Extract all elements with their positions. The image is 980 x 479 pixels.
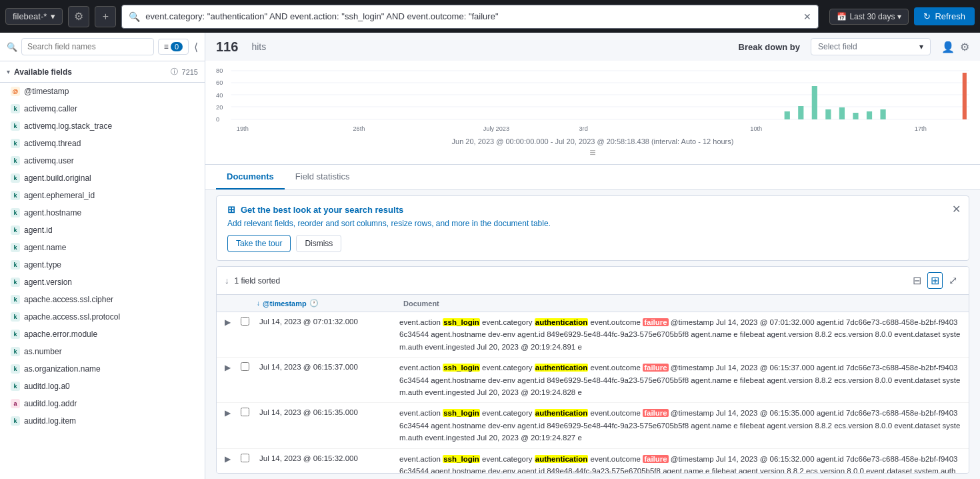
table-controls: ↓ 1 field sorted ⊟ ⊞ ⤢ <box>217 267 969 295</box>
search-field-input[interactable] <box>21 38 154 55</box>
search-clear-icon[interactable]: ✕ <box>803 11 811 22</box>
svg-text:26th: 26th <box>353 125 365 132</box>
table-icon: ⊞ <box>227 204 235 215</box>
field-item[interactable]: k agent.build.original <box>0 169 205 187</box>
field-type-badge: k <box>11 260 20 270</box>
svg-text:17th: 17th <box>915 125 927 132</box>
histogram-chart: 80 60 40 20 0 19th June 2023 26th July 2… <box>216 66 969 133</box>
breakdown-select[interactable]: Select field ▾ <box>811 38 931 55</box>
plus-icon: + <box>103 11 109 23</box>
available-fields-header[interactable]: ▾ Available fields ⓘ 7215 <box>0 61 205 82</box>
col-timestamp-header[interactable]: ↓ @timestamp 🕐 <box>257 299 403 308</box>
hits-label: hits <box>251 41 266 52</box>
table-row: ▶ Jul 14, 2023 @ 06:15:35.000 event.acti… <box>217 403 969 448</box>
field-item[interactable]: k apache.access.ssl.protocol <box>0 308 205 326</box>
field-item[interactable]: k activemq.thread <box>0 135 205 152</box>
field-type-badge: k <box>11 208 20 217</box>
search-input[interactable] <box>145 11 798 21</box>
expand-view-icon[interactable]: ⤢ <box>945 272 961 289</box>
index-pattern-selector[interactable]: filebeat-* ▾ <box>5 8 63 25</box>
field-item[interactable]: k activemq.caller <box>0 100 205 117</box>
field-item[interactable]: k auditd.log.item <box>0 412 205 430</box>
hits-bar: 116 hits Break down by Select field ▾ 👤 … <box>205 33 980 61</box>
collapse-sidebar-button[interactable]: ⟨ <box>194 41 198 53</box>
field-item[interactable]: k agent.hostname <box>0 204 205 221</box>
svg-rect-18 <box>798 106 803 119</box>
field-name-label: apache.error.module <box>24 330 97 339</box>
field-item[interactable]: k agent.type <box>0 256 205 274</box>
calendar-button[interactable]: 📅 Last 30 days ▾ <box>829 9 909 25</box>
field-item[interactable]: k agent.version <box>0 274 205 291</box>
settings-gear-icon[interactable]: ⚙ <box>960 41 969 53</box>
tour-close-icon[interactable]: ✕ <box>952 203 961 215</box>
field-name-label: as.number <box>24 347 62 356</box>
svg-rect-24 <box>880 109 885 119</box>
row-expand-button[interactable]: ▶ <box>225 408 238 418</box>
field-type-badge: k <box>11 278 20 287</box>
row-expand-button[interactable]: ▶ <box>225 318 238 327</box>
row-expand-button[interactable]: ▶ <box>225 363 238 372</box>
filter-icon-btn[interactable]: ⚙ <box>68 6 89 27</box>
field-name-label: auditd.log.a0 <box>24 382 70 391</box>
sort-desc-icon: ↓ <box>225 276 229 286</box>
row-checkbox[interactable] <box>241 317 254 327</box>
filter-icon: ⚙ <box>74 10 83 23</box>
field-name-label: agent.hostname <box>24 208 81 217</box>
field-item[interactable]: k agent.ephemeral_id <box>0 187 205 204</box>
chart-time-label: Jun 20, 2023 @ 00:00:00.000 - Jul 20, 20… <box>216 135 969 147</box>
field-item[interactable]: k agent.name <box>0 239 205 256</box>
svg-rect-17 <box>785 111 790 119</box>
index-pattern-label: filebeat-* <box>13 11 47 21</box>
field-list: @ @timestamp k activemq.caller k activem… <box>0 83 205 479</box>
field-type-badge: k <box>11 382 20 391</box>
field-item[interactable]: k as.number <box>0 343 205 360</box>
available-fields-label: Available fields <box>14 67 171 77</box>
row-checkbox[interactable] <box>241 362 254 372</box>
field-item[interactable]: k auditd.log.a0 <box>0 378 205 395</box>
field-item[interactable]: k as.organization.name <box>0 360 205 378</box>
dismiss-button[interactable]: Dismiss <box>296 235 341 252</box>
row-document: event.action ssh_login event.category au… <box>399 453 961 474</box>
row-view-icon[interactable]: ⊟ <box>909 272 925 289</box>
row-checkbox[interactable] <box>241 454 254 464</box>
refresh-button[interactable]: ↻ Refresh <box>914 7 975 25</box>
breakdown-by-label: Break down by <box>739 42 800 52</box>
svg-text:June 2023: June 2023 <box>237 131 265 133</box>
table-view-icon[interactable]: ⊞ <box>927 272 943 289</box>
tour-banner-actions: Take the tour Dismiss <box>227 235 958 252</box>
field-item[interactable]: k activemq.log.stack_trace <box>0 117 205 135</box>
take-tour-button[interactable]: Take the tour <box>227 235 291 252</box>
row-expand-button[interactable]: ▶ <box>225 454 238 464</box>
field-type-badge: k <box>11 191 20 200</box>
field-item[interactable]: k activemq.user <box>0 152 205 169</box>
field-item[interactable]: k apache.error.module <box>0 326 205 343</box>
topbar-right: 📅 Last 30 days ▾ ↻ Refresh <box>829 7 975 25</box>
filter-count-badge: 0 <box>171 42 183 51</box>
topbar: filebeat-* ▾ ⚙ + 🔍 ✕ 📅 Last 30 days ▾ ↻ … <box>0 0 980 33</box>
highlight-ssh-login: ssh_login <box>443 409 480 417</box>
tab-documents[interactable]: Documents <box>216 165 285 189</box>
search-bar: 🔍 ✕ <box>121 5 819 29</box>
field-type-badge: k <box>11 121 20 131</box>
available-fields-count: 7215 <box>182 68 198 76</box>
row-document: event.action ssh_login event.category au… <box>399 316 961 353</box>
highlight-ssh-login: ssh_login <box>443 364 480 372</box>
filter-button[interactable]: ≡ 0 <box>158 39 189 55</box>
field-item[interactable]: k apache.access.ssl.cipher <box>0 291 205 308</box>
row-checkbox[interactable] <box>241 408 254 418</box>
field-item[interactable]: k agent.id <box>0 221 205 239</box>
chart-divider: ≡ <box>216 147 969 161</box>
tour-banner-link[interactable]: more <box>451 219 469 228</box>
chevron-down-icon: ▾ <box>51 11 55 21</box>
field-name-label: agent.build.original <box>24 173 91 183</box>
tab-field-statistics[interactable]: Field statistics <box>285 165 361 189</box>
user-icon[interactable]: 👤 <box>941 41 955 53</box>
add-filter-btn[interactable]: + <box>95 6 116 27</box>
field-name-label: activemq.thread <box>24 139 81 148</box>
highlight-authentication: authentication <box>535 455 589 463</box>
field-item[interactable]: a auditd.log.addr <box>0 395 205 412</box>
highlight-authentication: authentication <box>535 409 589 417</box>
search-icon-sidebar: 🔍 <box>7 42 17 52</box>
field-item[interactable]: @ @timestamp <box>0 83 205 100</box>
highlight-ssh-login: ssh_login <box>443 318 480 326</box>
